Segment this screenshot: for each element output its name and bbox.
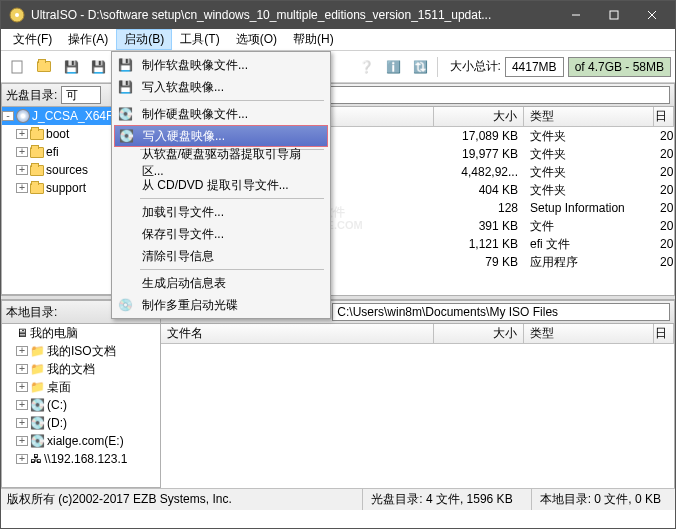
- menu-item-label: 制作多重启动光碟: [142, 297, 238, 314]
- menu-save-boot-file[interactable]: 保存引导文件...: [114, 223, 328, 245]
- window-title: UltraISO - D:\software setup\cn_windows_…: [31, 8, 557, 22]
- cell-type: 应用程序: [524, 254, 654, 271]
- folder-icon: [30, 129, 44, 140]
- menu-bootable[interactable]: 启动(B): [116, 29, 172, 50]
- menu-clear-boot-info[interactable]: 清除引导信息: [114, 245, 328, 267]
- new-button[interactable]: [5, 55, 29, 79]
- save-button[interactable]: 💾: [59, 55, 83, 79]
- tree-desktop[interactable]: +📁桌面: [2, 378, 160, 396]
- disc-dir-combo[interactable]: 可: [61, 86, 101, 104]
- cell-date: 20: [654, 129, 674, 143]
- tree-e-drive[interactable]: +💽xialge.com(E:): [2, 432, 160, 450]
- cell-date: 20: [654, 255, 674, 269]
- floppy-icon: 💾: [116, 56, 134, 74]
- menu-item-label: 加载引导文件...: [142, 204, 224, 221]
- about-button[interactable]: ℹ️: [381, 55, 405, 79]
- menu-gen-boot-info-table[interactable]: 生成启动信息表: [114, 272, 328, 294]
- col-type[interactable]: 类型: [524, 324, 654, 343]
- cell-size: 4,482,92...: [434, 165, 524, 179]
- col-date[interactable]: 日: [654, 107, 674, 126]
- status-local-summary: 本地目录: 0 文件, 0 KB: [531, 489, 669, 510]
- col-type[interactable]: 类型: [524, 107, 654, 126]
- size-total-value: 4417MB: [505, 57, 564, 77]
- close-button[interactable]: [633, 1, 671, 29]
- menu-make-floppy-image[interactable]: 💾制作软盘映像文件...: [114, 54, 328, 76]
- tree-computer[interactable]: 🖥我的电脑: [2, 324, 160, 342]
- local-file-list: 文件名 大小 类型 日: [161, 324, 675, 488]
- cell-date: 20: [654, 147, 674, 161]
- menu-item-label: 制作软盘映像文件...: [142, 57, 248, 74]
- menu-operation[interactable]: 操作(A): [60, 29, 116, 50]
- cell-size: 19,977 KB: [434, 147, 524, 161]
- folder-icon: [30, 165, 44, 176]
- menu-load-boot-file[interactable]: 加载引导文件...: [114, 201, 328, 223]
- menu-item-label: 保存引导文件...: [142, 226, 224, 243]
- cell-type: 文件夹: [524, 164, 654, 181]
- cell-size: 404 KB: [434, 183, 524, 197]
- disc-icon: [16, 109, 30, 123]
- status-disc-summary: 光盘目录: 4 文件, 1596 KB: [362, 489, 520, 510]
- help-button[interactable]: ❔: [354, 55, 378, 79]
- menu-item-label: 制作硬盘映像文件...: [142, 106, 248, 123]
- menu-help[interactable]: 帮助(H): [285, 29, 342, 50]
- svg-point-1: [15, 13, 19, 17]
- list-body[interactable]: [161, 344, 674, 488]
- open-button[interactable]: [32, 55, 56, 79]
- cell-type: 文件: [524, 218, 654, 235]
- size-total-label: 大小总计:: [450, 58, 501, 75]
- tree-c-drive[interactable]: +💽(C:): [2, 396, 160, 414]
- menu-make-multi-boot[interactable]: 💿制作多重启动光碟: [114, 294, 328, 316]
- menu-file[interactable]: 文件(F): [5, 29, 60, 50]
- hdd-icon: 💽: [116, 105, 134, 123]
- col-size[interactable]: 大小: [434, 107, 524, 126]
- svg-rect-3: [610, 11, 618, 19]
- tree-my-docs[interactable]: +📁我的文档: [2, 360, 160, 378]
- floppy-write-icon: 💾: [116, 78, 134, 96]
- tree-iso-docs[interactable]: +📁我的ISO文档: [2, 342, 160, 360]
- maximize-button[interactable]: [595, 1, 633, 29]
- svg-rect-6: [12, 61, 22, 73]
- hdd-write-icon: 💽: [117, 127, 135, 145]
- menu-extract-boot-drive[interactable]: 从软盘/硬盘驱动器提取引导扇区...: [114, 152, 328, 174]
- title-bar: UltraISO - D:\software setup\cn_windows_…: [1, 1, 675, 29]
- menu-write-floppy-image[interactable]: 💾写入软盘映像...: [114, 76, 328, 98]
- folder-icon: [30, 147, 44, 158]
- cell-type: 文件夹: [524, 128, 654, 145]
- exit-button[interactable]: 🔃: [408, 55, 432, 79]
- col-date[interactable]: 日: [654, 324, 674, 343]
- col-size[interactable]: 大小: [434, 324, 524, 343]
- cell-size: 79 KB: [434, 255, 524, 269]
- cell-date: 20: [654, 183, 674, 197]
- menu-make-hdd-image[interactable]: 💽制作硬盘映像文件...: [114, 103, 328, 125]
- folder-icon: [37, 61, 51, 72]
- tree-network[interactable]: +🖧\\192.168.123.1: [2, 450, 160, 468]
- save-as-button[interactable]: 💾: [86, 55, 110, 79]
- folder-icon: [30, 183, 44, 194]
- menu-tools[interactable]: 工具(T): [172, 29, 227, 50]
- cell-type: efi 文件: [524, 236, 654, 253]
- bootable-dropdown: 💾制作软盘映像文件... 💾写入软盘映像... 💽制作硬盘映像文件... 💽写入…: [111, 51, 331, 319]
- local-tree[interactable]: 🖥我的电脑 +📁我的ISO文档 +📁我的文档 +📁桌面 +💽(C:) +💽(D:…: [1, 324, 161, 488]
- local-path-input[interactable]: [332, 303, 670, 321]
- app-icon: [9, 7, 25, 23]
- cell-date: 20: [654, 201, 674, 215]
- cell-size: 1,121 KB: [434, 237, 524, 251]
- size-total-panel: 大小总计: 4417MB of 4.7GB - 58MB: [450, 57, 671, 77]
- tree-d-drive[interactable]: +💽(D:): [2, 414, 160, 432]
- menu-item-label: 从软盘/硬盘驱动器提取引导扇区...: [142, 146, 320, 180]
- col-name[interactable]: 文件名: [161, 324, 434, 343]
- cell-size: 391 KB: [434, 219, 524, 233]
- minimize-button[interactable]: [557, 1, 595, 29]
- menu-options[interactable]: 选项(O): [228, 29, 285, 50]
- cell-size: 128: [434, 201, 524, 215]
- menu-item-label: 写入软盘映像...: [142, 79, 224, 96]
- cell-date: 20: [654, 219, 674, 233]
- list-header: 文件名 大小 类型 日: [161, 324, 674, 344]
- status-copyright: 版权所有 (c)2002-2017 EZB Systems, Inc.: [7, 491, 352, 508]
- status-bar: 版权所有 (c)2002-2017 EZB Systems, Inc. 光盘目录…: [1, 488, 675, 510]
- cell-date: 20: [654, 237, 674, 251]
- cell-type: 文件夹: [524, 182, 654, 199]
- menu-write-hdd-image[interactable]: 💽写入硬盘映像...: [114, 125, 328, 147]
- menu-item-label: 清除引导信息: [142, 248, 214, 265]
- cell-size: 17,089 KB: [434, 129, 524, 143]
